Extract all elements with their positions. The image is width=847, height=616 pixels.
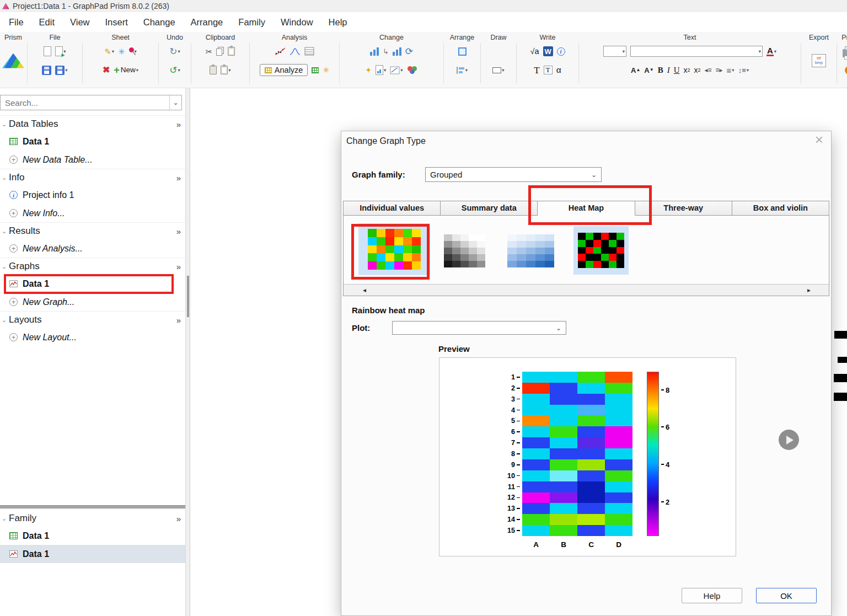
menu-family[interactable]: Family [230, 17, 273, 28]
draw-shape-icon[interactable] [492, 67, 501, 73]
indent-right-icon[interactable]: ≡▸ [716, 67, 723, 73]
word-icon[interactable]: W [543, 46, 553, 56]
linked-table-icon[interactable] [312, 67, 319, 73]
sidebar-item-project-info-1[interactable]: iProject info 1 [0, 186, 185, 204]
section-layouts[interactable]: ⌄Layouts» [0, 311, 185, 328]
highlight-icon[interactable]: ✎ [104, 47, 111, 56]
swap-refresh-icon[interactable]: ⟳ [405, 47, 413, 56]
tab-heat-map[interactable]: Heat Map [538, 201, 635, 216]
thumbnail-scrollbar[interactable]: ◂ ▸ [344, 284, 829, 296]
scroll-left-icon[interactable]: ◂ [360, 286, 369, 294]
distribution-icon[interactable] [290, 47, 301, 56]
tab-summary-data[interactable]: Summary data [441, 201, 538, 216]
fit-curve-icon[interactable] [275, 47, 286, 56]
prism-logo-icon[interactable] [2, 53, 24, 68]
new-file-icon[interactable] [44, 46, 51, 56]
sidebar-item-data-1[interactable]: Data 1 [0, 527, 185, 545]
font-family-select[interactable]: ▾ [630, 46, 763, 57]
clipboard-icon[interactable] [210, 66, 217, 74]
align-icon[interactable] [457, 67, 465, 74]
help-button[interactable]: Help [682, 588, 742, 603]
sidebar-splitter[interactable] [186, 88, 190, 616]
section-data-tables[interactable]: ⌄Data Tables» [0, 115, 185, 132]
sidebar-item-data-1[interactable]: Data 1 [0, 132, 185, 151]
undo-icon[interactable]: ↺ [169, 66, 177, 75]
results-table-icon[interactable] [304, 47, 314, 56]
expand-icon[interactable]: » [176, 262, 181, 271]
underline-icon[interactable]: U [674, 66, 680, 74]
cut-icon[interactable]: ✂ [206, 47, 213, 56]
graph-family-select[interactable]: Grouped ⌄ [425, 167, 602, 182]
section-family[interactable]: ⌄Family» [0, 510, 185, 527]
change-graph-icon[interactable]: ▾ [390, 66, 403, 74]
close-icon[interactable]: × [815, 132, 823, 147]
delete-sheet-icon[interactable]: ✖ [103, 66, 110, 74]
tab-box-and-violin[interactable]: Box and violin [732, 201, 829, 216]
thumbnail-green-red-heat-map[interactable] [573, 226, 629, 275]
equation-icon[interactable]: √a [530, 47, 539, 56]
magic-wand-icon[interactable]: ✳ [323, 66, 329, 74]
greek-icon[interactable]: α [556, 66, 561, 74]
tab-individual-values[interactable]: Individual values [343, 201, 441, 216]
section-info[interactable]: ⌄Info» [0, 169, 185, 186]
ok-button[interactable]: OK [756, 588, 817, 603]
sidebar-item-new-layout[interactable]: +New Layout... [0, 328, 185, 346]
align-text-icon[interactable]: ≡ [727, 66, 732, 74]
scroll-right-icon[interactable]: ▸ [805, 286, 813, 294]
indent-left-icon[interactable]: ◂≡ [705, 67, 712, 73]
save-as-icon[interactable] [55, 66, 65, 75]
sidebar-item-new-info[interactable]: +New Info... [0, 204, 185, 222]
menu-window[interactable]: Window [273, 17, 321, 28]
increase-font-icon[interactable]: A▲ [631, 67, 640, 74]
thumbnail-blue-heat-map[interactable] [507, 234, 554, 267]
freeze-icon[interactable]: ✳ [118, 47, 125, 56]
play-button[interactable] [779, 430, 799, 450]
graph-type-icon[interactable] [376, 65, 383, 75]
superscript-icon[interactable]: x2 [683, 66, 690, 74]
text-box-icon[interactable]: T [544, 66, 553, 74]
save-icon[interactable] [42, 66, 51, 75]
open-file-icon[interactable] [55, 46, 63, 56]
text-tool-icon[interactable]: T [534, 66, 539, 75]
line-spacing-icon[interactable]: ↕≡ [738, 67, 746, 74]
sidebar-item-data-1[interactable]: Data 1 [0, 275, 185, 293]
tab-three-way[interactable]: Three-way [635, 201, 732, 216]
info-note-icon[interactable]: i [557, 47, 565, 56]
menu-insert[interactable]: Insert [98, 17, 136, 28]
italic-icon[interactable]: I [667, 66, 670, 74]
new-sheet-button[interactable]: +New▾ [114, 65, 138, 75]
send-icon[interactable] [845, 66, 847, 74]
decrease-font-icon[interactable]: A▼ [644, 67, 653, 74]
transform-icon[interactable]: ✦ [365, 66, 372, 74]
expand-icon[interactable]: » [176, 120, 181, 129]
search-dropdown-icon[interactable]: ⌄ [169, 95, 181, 110]
sidebar-item-new-analysis[interactable]: +New Analysis... [0, 239, 185, 258]
thumbnail-grayscale-heat-map[interactable] [444, 234, 485, 267]
expand-icon[interactable]: » [176, 514, 181, 523]
menu-edit[interactable]: Edit [31, 17, 62, 28]
menu-file[interactable]: File [1, 17, 31, 28]
bold-icon[interactable]: B [658, 66, 663, 74]
expand-icon[interactable]: » [176, 173, 181, 183]
section-results[interactable]: ⌄Results» [0, 222, 185, 239]
move-down-icon[interactable]: ↳ [383, 48, 389, 55]
export-image-icon[interactable]: tiffbmp [812, 54, 826, 67]
plot-select[interactable]: ⌄ [392, 321, 566, 335]
font-color-icon[interactable]: A [766, 46, 774, 57]
sidebar-item-new-data-table[interactable]: +New Data Table... [0, 151, 185, 169]
transpose-icon[interactable] [393, 47, 401, 56]
sidebar-item-data-1[interactable]: Data 1 [0, 545, 185, 563]
menu-help[interactable]: Help [321, 17, 355, 28]
sort-icon[interactable] [370, 47, 379, 56]
color-scheme-icon[interactable] [407, 66, 418, 74]
family-panel-splitter[interactable] [0, 505, 185, 508]
sidebar-item-new-graph[interactable]: +New Graph... [0, 293, 185, 311]
selection-box-icon[interactable] [458, 47, 467, 56]
paste-special-icon[interactable] [228, 47, 235, 56]
redo-icon[interactable]: ↻ [169, 47, 177, 56]
font-size-select[interactable]: ▾ [603, 46, 626, 57]
search-input[interactable] [1, 95, 169, 110]
expand-icon[interactable]: » [176, 227, 181, 236]
subscript-icon[interactable]: x2 [694, 66, 701, 74]
splitter-handle[interactable] [187, 276, 189, 317]
